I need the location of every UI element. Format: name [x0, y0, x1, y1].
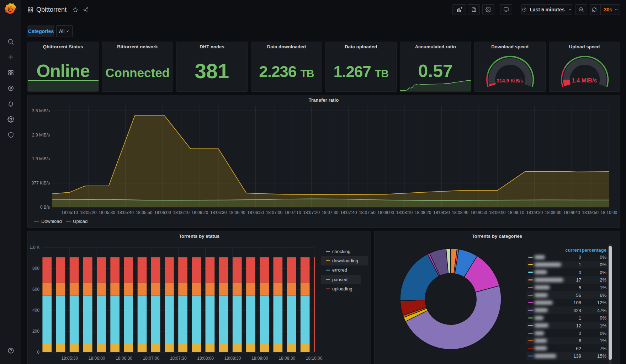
svg-text:18:05:10: 18:05:10: [62, 210, 78, 215]
svg-text:Download: Download: [41, 219, 62, 224]
svg-text:18:08:50: 18:08:50: [471, 210, 487, 215]
svg-text:18:06:00: 18:06:00: [89, 356, 105, 361]
svg-text:18:08:30: 18:08:30: [224, 356, 241, 361]
svg-text:18:10:00: 18:10:00: [306, 356, 323, 361]
svg-text:18:05:30: 18:05:30: [99, 210, 115, 215]
svg-text:0: 0: [37, 350, 39, 355]
svg-text:1.9 MiB/s: 1.9 MiB/s: [32, 156, 50, 161]
svg-text:18:09:40: 18:09:40: [563, 210, 580, 215]
svg-text:18:08:40: 18:08:40: [452, 210, 468, 215]
svg-text:18:08:00: 18:08:00: [197, 356, 214, 361]
svg-text:18:05:40: 18:05:40: [117, 210, 134, 215]
svg-text:18:07:30: 18:07:30: [322, 210, 338, 215]
svg-text:18:08:10: 18:08:10: [396, 210, 413, 215]
svg-text:977 KiB/s: 977 KiB/s: [32, 181, 50, 186]
svg-text:18:05:20: 18:05:20: [80, 210, 97, 215]
svg-text:1.0 K: 1.0 K: [30, 245, 39, 250]
svg-text:18:09:00: 18:09:00: [489, 210, 506, 215]
svg-text:800: 800: [32, 266, 39, 271]
svg-text:Upload: Upload: [73, 219, 87, 224]
svg-text:2.9 MiB/s: 2.9 MiB/s: [32, 133, 50, 138]
svg-text:18:05:30: 18:05:30: [61, 356, 78, 361]
svg-text:downloading: downloading: [332, 258, 358, 263]
svg-text:0 B/s: 0 B/s: [40, 205, 50, 210]
svg-text:18:08:20: 18:08:20: [415, 210, 431, 215]
svg-text:18:07:50: 18:07:50: [359, 210, 376, 215]
svg-text:18:08:30: 18:08:30: [433, 210, 450, 215]
svg-text:18:06:50: 18:06:50: [247, 210, 264, 215]
svg-text:200: 200: [32, 329, 39, 334]
svg-text:18:07:10: 18:07:10: [285, 210, 301, 215]
svg-text:checking: checking: [332, 249, 350, 254]
svg-text:18:06:00: 18:06:00: [154, 210, 171, 215]
svg-text:400: 400: [32, 308, 39, 313]
svg-text:18:07:30: 18:07:30: [170, 356, 187, 361]
svg-text:18:06:30: 18:06:30: [116, 356, 132, 361]
svg-text:18:06:20: 18:06:20: [191, 210, 208, 215]
svg-text:18:07:40: 18:07:40: [340, 210, 357, 215]
svg-text:18:09:20: 18:09:20: [526, 210, 543, 215]
svg-text:18:08:00: 18:08:00: [377, 210, 394, 215]
svg-text:18:07:00: 18:07:00: [266, 210, 283, 215]
svg-text:18:10:00: 18:10:00: [601, 210, 617, 215]
svg-text:18:06:40: 18:06:40: [229, 210, 245, 215]
svg-text:18:05:50: 18:05:50: [136, 210, 153, 215]
svg-text:paused: paused: [332, 277, 348, 282]
svg-text:18:09:00: 18:09:00: [251, 356, 268, 361]
svg-text:18:09:30: 18:09:30: [278, 356, 295, 361]
svg-text:18:07:20: 18:07:20: [303, 210, 320, 215]
svg-text:errored: errored: [332, 267, 347, 273]
svg-text:uploading: uploading: [332, 286, 352, 291]
svg-text:3.8 MiB/s: 3.8 MiB/s: [32, 108, 50, 113]
svg-text:18:06:10: 18:06:10: [173, 210, 190, 215]
svg-text:18:06:30: 18:06:30: [210, 210, 227, 215]
svg-text:18:07:00: 18:07:00: [143, 356, 160, 361]
svg-text:18:09:50: 18:09:50: [582, 210, 599, 215]
svg-text:18:09:30: 18:09:30: [545, 210, 562, 215]
svg-text:600: 600: [32, 287, 39, 292]
svg-text:18:09:10: 18:09:10: [508, 210, 524, 215]
